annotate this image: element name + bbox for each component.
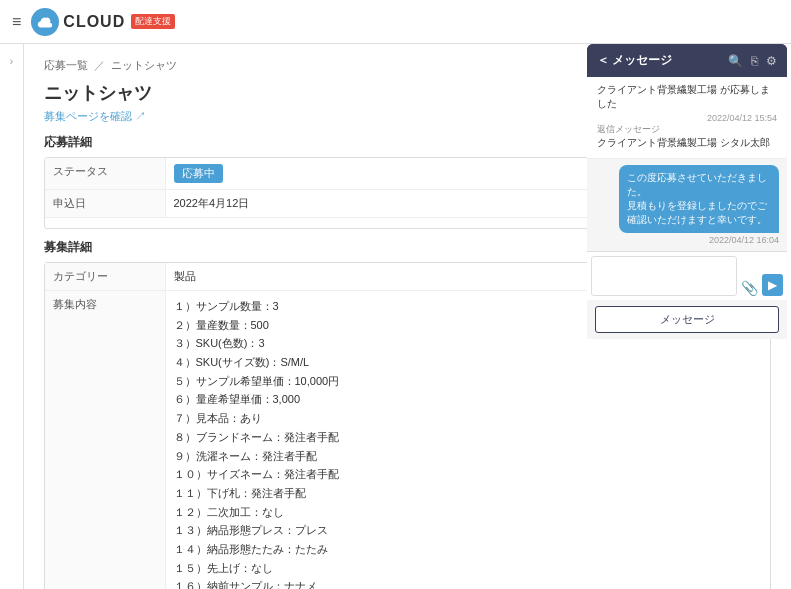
message-bubble-container: この度応募させていただきました。見積もりを登録しましたのでご確認いただけますと幸… [587, 159, 787, 251]
content-list-item: １２）二次加工：なし [174, 503, 763, 522]
content-list-item: ４）SKU(サイズ数)：S/M/L [174, 353, 763, 372]
app-wrapper: ≡ CLOUD 配達支援 › 応募一覧 ／ ニットシャツ ニット [0, 0, 791, 589]
status-label: ステータス [45, 158, 165, 190]
message-search-icon[interactable]: 🔍 [728, 54, 743, 68]
message-input-area: 📎 ▶ [587, 251, 787, 300]
logo-icon [31, 8, 59, 36]
message-panel-title[interactable]: ＜ メッセージ [597, 52, 672, 69]
content-list-item: ６）量産希望単価：3,000 [174, 390, 763, 409]
breadcrumb-separator: ／ [94, 58, 105, 73]
message-bubble-date: 2022/04/12 16:04 [595, 235, 779, 245]
sidebar: › [0, 44, 24, 589]
content-label: 募集内容 [45, 291, 165, 590]
content-list-item: １５）先上げ：なし [174, 559, 763, 578]
message-copy-icon[interactable]: ⎘ [751, 54, 758, 68]
message-textarea[interactable] [591, 256, 737, 296]
content-list-item: １４）納品形態たたみ：たたみ [174, 540, 763, 559]
logo-text: CLOUD [63, 13, 125, 31]
notif-reply-label: 返信メッセージ [597, 123, 777, 136]
breadcrumb-parent[interactable]: 応募一覧 [44, 58, 88, 73]
category-label: カテゴリー [45, 263, 165, 291]
message-bubble: この度応募させていただきました。見積もりを登録しましたのでご確認いただけますと幸… [619, 165, 779, 233]
message-btn-row: メッセージ [587, 300, 787, 339]
content-list-item: ５）サンプル希望単価：10,000円 [174, 372, 763, 391]
notif-date: 2022/04/12 15:54 [597, 113, 777, 123]
sidebar-collapse-arrow[interactable]: › [10, 56, 13, 67]
message-panel-body: クライアント背景繊製工場 が応募しました 2022/04/12 15:54 返信… [587, 77, 787, 339]
breadcrumb-current: ニットシャツ [111, 58, 177, 73]
notif-text: クライアント背景繊製工場 が応募しました [597, 83, 777, 111]
status-badge: 応募中 [174, 164, 223, 183]
message-panel-header: ＜ メッセージ 🔍 ⎘ ⚙ [587, 44, 787, 77]
logo-badge: 配達支援 [131, 14, 175, 29]
message-compose-button[interactable]: メッセージ [595, 306, 779, 333]
message-send-button[interactable]: ▶ [762, 274, 783, 296]
content-list-item: ８）ブランドネーム：発注者手配 [174, 428, 763, 447]
date-label: 申込日 [45, 190, 165, 218]
message-settings-icon[interactable]: ⚙ [766, 54, 777, 68]
content-list-item: ７）見本品：あり [174, 409, 763, 428]
message-attach-icon[interactable]: 📎 [741, 280, 758, 296]
menu-icon[interactable]: ≡ [12, 13, 21, 31]
content-list-item: １１）下げ札：発注者手配 [174, 484, 763, 503]
header: ≡ CLOUD 配達支援 [0, 0, 791, 44]
message-panel-icons: 🔍 ⎘ ⚙ [728, 54, 777, 68]
message-input-row: 📎 ▶ [591, 256, 783, 296]
notif-sender: クライアント背景繊製工場 シタル太郎 [597, 136, 777, 150]
content-list-item: １０）サイズネーム：発注者手配 [174, 465, 763, 484]
content-list-item: １３）納品形態プレス：プレス [174, 521, 763, 540]
message-notification: クライアント背景繊製工場 が応募しました 2022/04/12 15:54 返信… [587, 77, 787, 159]
message-bubble-text: この度応募させていただきました。見積もりを登録しましたのでご確認いただけますと幸… [627, 172, 767, 225]
content-list-item: ９）洗濯ネーム：発注者手配 [174, 447, 763, 466]
content-list: １）サンプル数量：3２）量産数量：500３）SKU(色数)：3４）SKU(サイズ… [174, 297, 763, 589]
header-logo: CLOUD 配達支援 [31, 8, 175, 36]
content-list-item: １６）納前サンプル：ナナメ [174, 577, 763, 589]
message-panel: ＜ メッセージ 🔍 ⎘ ⚙ クライアント背景繊製工場 が応募しました 2022/… [587, 44, 787, 339]
